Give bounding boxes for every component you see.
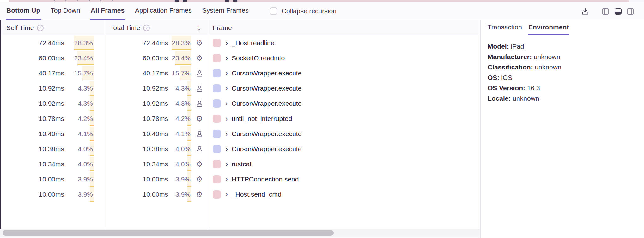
total-time-percent: 4.0% — [175, 141, 191, 157]
collapse-recursion-control: Collapse recursion — [270, 2, 337, 20]
frame-type-icon-slot — [195, 96, 204, 111]
environment-field: OS Version: 16.3 — [488, 83, 644, 93]
frame-cell[interactable]: › CursorWrapper.execute — [208, 96, 481, 111]
frame-name: HTTPConnection.send — [232, 176, 299, 183]
table-row[interactable]: 10.92ms 4.3% 10.92ms 4.3% › CursorWrappe… — [0, 96, 481, 111]
total-time-value: 10.92ms — [143, 96, 168, 111]
minimap-tick — [77, 0, 78, 1]
total-time-cell: 10.00ms 3.9% ⚙ — [104, 187, 208, 202]
table-header: Self Time ? Total Time ? ↓ Frame — [0, 20, 481, 35]
frame-type-icon-slot: ⚙ — [195, 157, 204, 172]
table-row[interactable]: 72.44ms 28.3% 72.44ms 28.3% ⚙ › _Host.re… — [0, 35, 481, 51]
chevron-right-icon[interactable]: › — [225, 115, 228, 122]
table-row[interactable]: 10.92ms 4.3% 10.92ms 4.3% › CursorWrappe… — [0, 81, 481, 96]
chevron-right-icon[interactable]: › — [225, 100, 228, 107]
environment-field-value: iPad — [511, 43, 524, 50]
self-time-value: 60.03ms — [39, 51, 64, 66]
frame-cell[interactable]: › CursorWrapper.execute — [208, 141, 481, 157]
profiler-window: Bottom Up Top Down All Frames Applicatio… — [0, 0, 644, 238]
chevron-right-icon[interactable]: › — [225, 191, 228, 198]
environment-field-label: Manufacturer: — [488, 53, 532, 60]
total-time-percent: 15.7% — [172, 66, 191, 81]
frame-color-swatch — [213, 145, 221, 153]
self-time-percent: 4.0% — [78, 141, 93, 157]
frame-cell[interactable]: › rustcall — [208, 157, 481, 172]
chevron-right-icon[interactable]: › — [225, 160, 228, 168]
help-icon[interactable]: ? — [37, 25, 44, 31]
self-time-cell: 10.78ms 4.2% — [0, 111, 104, 126]
chevron-right-icon[interactable]: › — [225, 85, 228, 92]
table-row[interactable]: 10.40ms 4.1% 10.40ms 4.1% › CursorWrappe… — [0, 126, 481, 141]
frame-name: SocketIO.readinto — [232, 54, 285, 62]
frame-color-swatch — [213, 190, 221, 199]
total-time-cell: 60.03ms 23.4% ⚙ — [104, 51, 208, 66]
total-time-header[interactable]: Total Time ? — [110, 20, 150, 35]
table-row[interactable]: 40.17ms 15.7% 40.17ms 15.7% › CursorWrap… — [0, 66, 481, 81]
table-row[interactable]: 10.00ms 3.9% 10.00ms 3.9% ⚙ › _Host.send… — [0, 187, 481, 202]
self-time-percent: 4.1% — [78, 126, 93, 141]
table-row[interactable]: 10.78ms 4.2% 10.78ms 4.2% ⚙ › until_not_… — [0, 111, 481, 126]
self-time-percent: 23.4% — [74, 51, 93, 66]
horizontal-scrollbar-thumb[interactable] — [3, 230, 334, 236]
tab-bottom-up[interactable]: Bottom Up — [6, 2, 41, 20]
gear-icon: ⚙ — [196, 160, 203, 168]
help-icon[interactable]: ? — [143, 25, 150, 31]
chevron-right-icon[interactable]: › — [225, 39, 228, 47]
frame-cell[interactable]: › CursorWrapper.execute — [208, 66, 481, 81]
layout-bottom-icon[interactable] — [614, 7, 622, 15]
total-time-cell: 10.34ms 4.0% ⚙ — [104, 157, 208, 172]
environment-field: Model: iPad — [488, 41, 644, 51]
table-row[interactable]: 10.38ms 4.0% 10.38ms 4.0% › CursorWrappe… — [0, 141, 481, 157]
frame-name: rustcall — [232, 160, 253, 168]
table-row[interactable]: 10.00ms 3.9% 10.00ms 3.9% ⚙ › HTTPConnec… — [0, 172, 481, 187]
chevron-right-icon[interactable]: › — [225, 69, 228, 77]
gear-icon: ⚙ — [196, 191, 203, 198]
frame-table-body: 72.44ms 28.3% 72.44ms 28.3% ⚙ › _Host.re… — [0, 35, 481, 202]
person-icon — [196, 69, 204, 77]
tab-environment[interactable]: Environment — [528, 20, 569, 35]
self-time-cell: 60.03ms 23.4% — [0, 51, 104, 66]
gear-icon: ⚙ — [196, 39, 203, 47]
download-icon[interactable] — [581, 7, 589, 15]
chevron-right-icon[interactable]: › — [225, 145, 228, 153]
minimap-tick — [100, 0, 101, 1]
frame-cell[interactable]: › _Host.readline — [208, 35, 481, 51]
frame-cell[interactable]: › until_not_interrupted — [208, 111, 481, 126]
details-panel: Transaction Environment Model: iPad Manu… — [481, 20, 644, 238]
frame-cell[interactable]: › _Host.send_cmd — [208, 187, 481, 202]
layout-right-icon[interactable] — [626, 7, 635, 15]
total-time-percent: 3.9% — [175, 172, 191, 187]
environment-field: Classification: unknown — [488, 62, 644, 72]
tab-all-frames[interactable]: All Frames — [90, 2, 125, 20]
total-time-value: 10.00ms — [143, 172, 168, 187]
sort-descending-icon[interactable]: ↓ — [195, 20, 204, 35]
person-icon — [196, 130, 204, 138]
chevron-right-icon[interactable]: › — [225, 176, 228, 183]
self-time-value: 72.44ms — [39, 35, 64, 51]
chevron-right-icon[interactable]: › — [225, 54, 228, 62]
self-time-percent: 28.3% — [74, 35, 93, 51]
column-divider — [104, 20, 104, 229]
collapse-recursion-checkbox[interactable] — [270, 7, 277, 15]
environment-field: Manufacturer: unknown — [488, 51, 644, 62]
self-time-cell: 10.92ms 4.3% — [0, 96, 104, 111]
chevron-right-icon[interactable]: › — [225, 130, 228, 138]
total-time-cell: 72.44ms 28.3% ⚙ — [104, 35, 208, 51]
frame-cell[interactable]: › HTTPConnection.send — [208, 172, 481, 187]
self-time-header[interactable]: Self Time ? — [6, 20, 44, 35]
tab-system-frames[interactable]: System Frames — [202, 2, 249, 20]
total-time-percent: 28.3% — [172, 35, 191, 51]
frame-name: until_not_interrupted — [232, 115, 292, 122]
layout-left-icon[interactable] — [601, 7, 610, 15]
table-row[interactable]: 10.34ms 4.0% 10.34ms 4.0% ⚙ › rustcall — [0, 157, 481, 172]
table-row[interactable]: 60.03ms 23.4% 60.03ms 23.4% ⚙ › SocketIO… — [0, 51, 481, 66]
tab-application-frames[interactable]: Application Frames — [134, 2, 192, 20]
frame-cell[interactable]: › CursorWrapper.execute — [208, 126, 481, 141]
total-time-value: 40.17ms — [143, 66, 168, 81]
frame-cell[interactable]: › SocketIO.readinto — [208, 51, 481, 66]
frame-color-swatch — [213, 160, 221, 168]
horizontal-scrollbar[interactable] — [0, 229, 480, 237]
tab-transaction[interactable]: Transaction — [488, 20, 522, 35]
frame-cell[interactable]: › CursorWrapper.execute — [208, 81, 481, 96]
tab-top-down[interactable]: Top Down — [50, 2, 81, 20]
